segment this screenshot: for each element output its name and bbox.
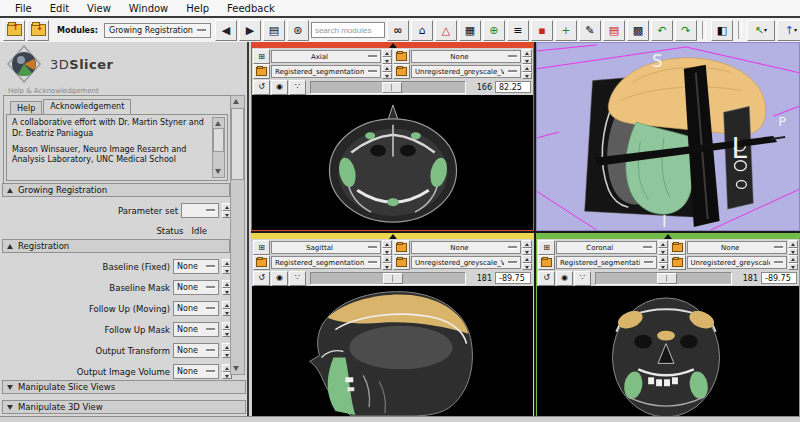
section-growing-registration[interactable]: Growing Registration: [2, 183, 230, 197]
foreground-select-button[interactable]: [253, 64, 270, 79]
sagittal-collapse-strip[interactable]: [252, 234, 533, 239]
spinner[interactable]: [788, 240, 798, 255]
scrollbar-thumb[interactable]: [213, 128, 224, 152]
baseline-mask-dropdown[interactable]: None: [173, 280, 219, 295]
menu-file[interactable]: File: [6, 2, 41, 15]
colors-module-button[interactable]: ▩: [627, 20, 649, 41]
labelmap-select-button[interactable]: [393, 240, 410, 255]
modules-menu-button[interactable]: ⊛: [287, 20, 309, 41]
sagittal-labelmap-dropdown[interactable]: None: [411, 241, 521, 254]
menu-help[interactable]: Help: [177, 2, 218, 15]
section-manipulate-slice-views[interactable]: Manipulate Slice Views: [2, 380, 246, 394]
module-selector-dropdown[interactable]: Growing Registration: [104, 23, 211, 38]
followup-moving-dropdown[interactable]: None: [173, 301, 219, 316]
save-scene-button[interactable]: ↓: [27, 20, 49, 41]
models-module-button[interactable]: ⊕: [483, 20, 505, 41]
slice-pin-button[interactable]: ⊞: [253, 240, 270, 255]
redo-button[interactable]: ↷: [675, 20, 697, 41]
coronal-orientation-dropdown[interactable]: Coronal: [556, 241, 657, 254]
load-scene-button[interactable]: ↑: [3, 20, 25, 41]
sagittal-foreground-dropdown[interactable]: Registered_segmentation_V5.gipl: [271, 256, 381, 269]
background-select-button[interactable]: [393, 64, 410, 79]
coronal-foreground-dropdown[interactable]: Registered_segmentation_V5.gipl: [556, 256, 657, 269]
module-history-button[interactable]: ▤: [263, 20, 285, 41]
coronal-background-dropdown[interactable]: Unregistered_greyscale_V2.gipl: [687, 256, 788, 269]
sagittal-slice-offset[interactable]: -89.75: [495, 272, 531, 284]
foreground-select-button[interactable]: [253, 255, 270, 270]
link-views-button[interactable]: ↺: [538, 271, 555, 286]
menu-feedback[interactable]: Feedback: [218, 2, 284, 15]
module-panel-scrollbar[interactable]: [230, 95, 245, 375]
axial-background-dropdown[interactable]: Unregistered_greyscale_V2.gipl: [411, 65, 521, 78]
spinner[interactable]: [522, 49, 532, 64]
layers-module-button[interactable]: ≡: [507, 20, 529, 41]
spinner[interactable]: [522, 64, 532, 79]
scrollbar-thumb[interactable]: [231, 108, 244, 180]
mouse-interact-mode-button[interactable]: ↖▾: [747, 20, 775, 41]
axial-labelmap-dropdown[interactable]: None: [411, 50, 521, 63]
menu-window[interactable]: Window: [120, 2, 177, 15]
coronal-slice-offset[interactable]: -89.75: [761, 272, 797, 284]
mouse-place-mode-button[interactable]: ↑▾: [777, 20, 800, 41]
volumes-module-button[interactable]: ▦: [459, 20, 481, 41]
undo-button[interactable]: ↶: [651, 20, 673, 41]
module-prev-button[interactable]: ◀: [215, 20, 237, 41]
axial-slice-offset[interactable]: 82.25: [495, 81, 531, 93]
slider-thumb[interactable]: [657, 273, 677, 284]
layout-chooser-button[interactable]: ◧: [711, 20, 733, 41]
more-options-button[interactable]: ∵: [289, 80, 306, 95]
spinner[interactable]: [788, 255, 798, 270]
background-select-button[interactable]: [393, 255, 410, 270]
followup-mask-dropdown[interactable]: None: [173, 322, 219, 337]
coronal-slice-slider[interactable]: [595, 272, 732, 285]
editor-module-button[interactable]: ✎: [579, 20, 601, 41]
axial-slice-slider[interactable]: [310, 81, 466, 94]
foreground-select-button[interactable]: [538, 255, 555, 270]
home-module-button[interactable]: ⌂: [411, 20, 433, 41]
labelmap-select-button[interactable]: [393, 49, 410, 64]
spinner[interactable]: [382, 49, 392, 64]
baseline-fixed-dropdown[interactable]: None: [173, 259, 219, 274]
spinner[interactable]: [658, 255, 668, 270]
help-text-scrollbar[interactable]: [212, 117, 225, 178]
coronal-slice-view[interactable]: [537, 286, 799, 416]
tab-help[interactable]: Help: [10, 101, 42, 114]
more-options-button[interactable]: ∵: [574, 271, 591, 286]
axial-slice-view[interactable]: [252, 95, 533, 230]
slider-thumb[interactable]: [382, 82, 402, 93]
sagittal-slice-slider[interactable]: [310, 272, 466, 285]
slices-module-button[interactable]: ▤: [603, 20, 625, 41]
visibility-button[interactable]: ◉: [556, 271, 573, 286]
parameter-set-dropdown[interactable]: [181, 203, 219, 218]
slider-thumb[interactable]: [383, 273, 403, 284]
slice-pin-button[interactable]: ⊞: [253, 49, 270, 64]
coronal-labelmap-dropdown[interactable]: None: [687, 241, 788, 254]
spinner[interactable]: [382, 240, 392, 255]
volume-rendering-button[interactable]: ▪: [531, 20, 553, 41]
link-views-button[interactable]: ↺: [253, 80, 270, 95]
section-registration[interactable]: Registration: [2, 239, 230, 253]
section-manipulate-3d-view[interactable]: Manipulate 3D View: [2, 400, 246, 414]
sagittal-background-dropdown[interactable]: Unregistered_greyscale_V2.gipl: [411, 256, 521, 269]
menu-edit[interactable]: Edit: [41, 2, 78, 15]
search-modules-button[interactable]: ∞: [387, 20, 409, 41]
viewport-3d[interactable]: S P L I: [536, 42, 800, 231]
sagittal-orientation-dropdown[interactable]: Sagittal: [271, 241, 381, 254]
output-image-volume-dropdown[interactable]: None: [173, 364, 219, 379]
tab-acknowledgement[interactable]: Acknowledgement: [43, 99, 131, 114]
module-next-button[interactable]: ▶: [239, 20, 261, 41]
transforms-module-button[interactable]: +: [555, 20, 577, 41]
background-select-button[interactable]: [669, 255, 686, 270]
menu-view[interactable]: View: [78, 2, 120, 15]
spinner[interactable]: [522, 240, 532, 255]
spinner[interactable]: [658, 240, 668, 255]
slice-pin-button[interactable]: ⊞: [538, 240, 555, 255]
output-transform-dropdown[interactable]: None: [173, 343, 219, 358]
spinner[interactable]: [522, 255, 532, 270]
sagittal-slice-view[interactable]: [252, 286, 533, 416]
module-search-input[interactable]: [311, 22, 385, 38]
visibility-button[interactable]: ◉: [271, 80, 288, 95]
labelmap-select-button[interactable]: [669, 240, 686, 255]
spinner[interactable]: [382, 64, 392, 79]
data-module-button[interactable]: △: [435, 20, 457, 41]
